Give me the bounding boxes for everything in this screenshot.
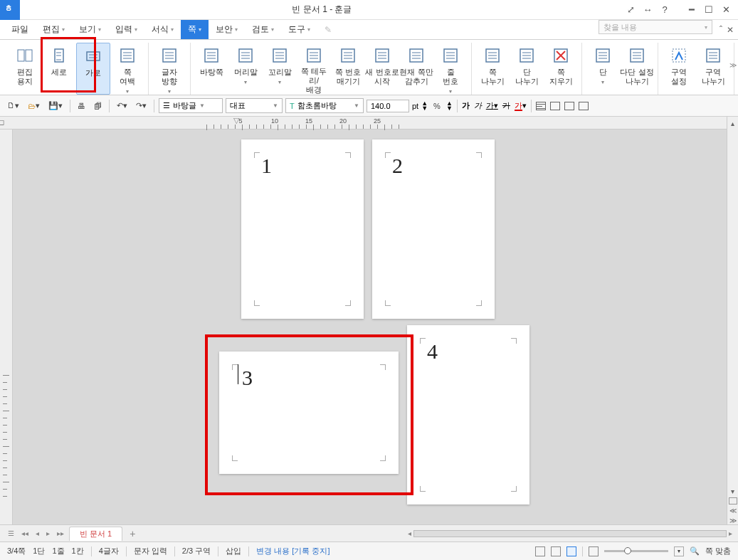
hscroll-right-icon[interactable]: ▸ [729,529,732,537]
vertical-ruler [0,130,13,524]
underline-button[interactable]: 가▾ [486,100,498,111]
menu-도구[interactable]: 도구▾ [281,20,317,39]
footer-icon [270,46,290,65]
view-mode-4[interactable] [589,546,599,556]
minimize-button[interactable]: ━ [685,4,698,16]
ribbon-column[interactable]: 단▾ [586,43,620,95]
ribbon-section[interactable]: 구역 설정 [662,43,696,95]
new-doc-button[interactable]: 🗋▾ [4,100,22,112]
ribbon-colbreak[interactable]: 단 나누기 [510,43,544,95]
ribbon-expand-icon[interactable]: ≫ [729,61,737,69]
menu-보안[interactable]: 보안▾ [209,20,245,39]
menu-extra-icon[interactable]: ✎ [317,20,339,39]
align-right-button[interactable] [564,102,574,110]
ribbon-multicol[interactable]: 다단 설정 나누기 [620,43,654,95]
ribbon-page-landscape[interactable]: 가로 [76,43,110,95]
prev-page-icon[interactable]: ≪ [729,507,737,514]
menu-검토[interactable]: 검토▾ [245,20,281,39]
align-justify-button[interactable] [579,102,589,110]
open-button[interactable]: 🗁▾ [25,100,43,112]
page-1[interactable]: 1 [241,139,364,319]
menu-보기[interactable]: 보기▾ [72,20,108,39]
zoom-slider[interactable] [604,550,668,552]
ribbon-linenum[interactable]: 줄 번호▾ [433,43,468,95]
ribbon-bg-page[interactable]: 바탕쪽 [194,43,228,95]
page-2[interactable]: 2 [372,139,495,319]
document-tab[interactable]: 빈 문서 1 [69,527,122,541]
ribbon-border[interactable]: 쪽 테두리/ 배경 [297,43,331,95]
vertical-scrollbar[interactable]: ▴ ▾ ≪ ≫ [727,117,738,524]
tab-last-icon[interactable]: ▸▸ [55,529,66,537]
ribbon-close-icon[interactable]: ✕ [727,25,734,35]
ribbon-page-margin[interactable]: 쪽 여백▾ [110,43,144,95]
ruler-tick: 5 [238,117,242,125]
add-tab-button[interactable]: + [125,528,139,539]
font-combo[interactable]: T 함초롬바탕▼ [285,98,364,113]
menu-입력[interactable]: 입력▾ [108,20,144,39]
rep-combo[interactable]: 대표▼ [226,98,283,113]
ribbon-pagedel[interactable]: 쪽 지우기 [544,43,578,95]
menu-파일[interactable]: 파일 [4,20,36,39]
svg-rect-0 [18,50,24,61]
ribbon-pagenum[interactable]: 쪽 번호 매기기 [331,43,365,95]
ribbon-footer[interactable]: 꼬리말▾ [263,43,297,95]
ruler-tick: 10 [271,117,278,125]
horizontal-scrollbar[interactable]: ◂ ▸ [408,529,732,537]
page-4[interactable]: 4 [407,325,529,504]
ribbon-page-dual[interactable]: 편집 용지 [8,43,42,95]
zoom-fit-icon[interactable]: 🔍 [690,546,700,556]
arrows-icon[interactable]: ↔ [641,4,654,16]
ribbon-text-dir[interactable]: 글자 방향▾ [152,43,186,95]
pct-spinner[interactable]: ▲▼ [446,101,453,111]
ribbon-hide[interactable]: 현재 쪽만 감추기 [399,43,433,95]
zoom-dropdown[interactable]: ▾ [674,546,684,556]
view-mode-3[interactable] [566,546,576,556]
close-button[interactable]: ✕ [719,4,732,16]
view-mode-1[interactable] [535,546,545,556]
menu-쪽[interactable]: 쪽▾ [181,20,209,39]
redo-button[interactable]: ↷▾ [133,100,149,112]
align-center-button[interactable] [550,102,560,110]
tab-prev-icon[interactable]: ◂ [33,529,41,537]
search-input[interactable]: 찾을 내용▾ [599,20,712,34]
menu-편집[interactable]: 편집▾ [36,20,72,39]
zoom-label[interactable]: 쪽 맞춤 [705,546,731,556]
bold-button[interactable]: 가 [462,100,470,111]
view-mode-2[interactable] [551,546,561,556]
section-icon [669,46,689,65]
svg-rect-68 [673,49,685,62]
tab-first-icon[interactable]: ◂◂ [19,529,31,537]
strike-button[interactable]: 가 [502,100,510,111]
ribbon-sectionbreak[interactable]: 구역 나누기 [696,43,730,95]
ribbon-pagebreak[interactable]: 쪽 나누기 [475,43,510,95]
italic-button[interactable]: 가 [474,100,482,111]
help-icon[interactable]: ? [658,4,671,16]
hscroll-left-icon[interactable]: ◂ [408,529,411,537]
size-combo[interactable]: 140.0 [367,100,409,112]
preview-button[interactable]: 🗐 [91,100,105,112]
undo-button[interactable]: ↶▾ [114,100,130,112]
tab-next-icon[interactable]: ▸ [44,529,52,537]
expand-icon[interactable]: ⤢ [624,4,637,16]
maximize-button[interactable]: ☐ [702,4,715,16]
save-button[interactable]: 💾▾ [46,100,65,112]
page-number: 3 [242,366,253,390]
scroll-down-icon[interactable]: ▾ [731,487,734,495]
size-spinner[interactable]: ▲▼ [421,101,428,111]
ribbon-header[interactable]: 머리말▾ [228,43,263,95]
tab-menu-icon[interactable]: ☰ [6,529,16,537]
print-button[interactable]: 🖶 [75,100,88,112]
ribbon-newnum[interactable]: 새 번호로 시작 [365,43,399,95]
align-left-button[interactable] [536,102,546,110]
status-change-tracking[interactable]: 변경 내용 [기록 중지] [256,546,330,556]
text-cursor [238,364,238,384]
page-up-icon[interactable] [729,497,737,504]
style-combo[interactable]: ☰ 바탕글▼ [159,98,223,113]
menu-서식[interactable]: 서식▾ [144,20,181,39]
next-page-icon[interactable]: ≫ [729,517,737,524]
text-color-button[interactable]: 가▾ [515,100,527,111]
scroll-up-icon[interactable]: ▴ [731,120,734,127]
page-3[interactable]: 3 [219,352,399,474]
ribbon-collapse-icon[interactable]: ˆ [719,25,722,35]
ribbon-page-portrait[interactable]: 세로 [42,43,76,95]
